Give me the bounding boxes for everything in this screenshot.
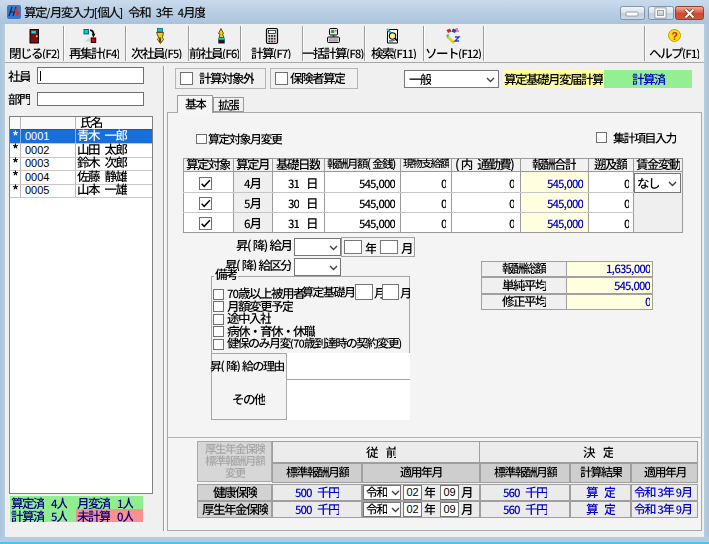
svg-text:?: ? <box>671 30 678 42</box>
